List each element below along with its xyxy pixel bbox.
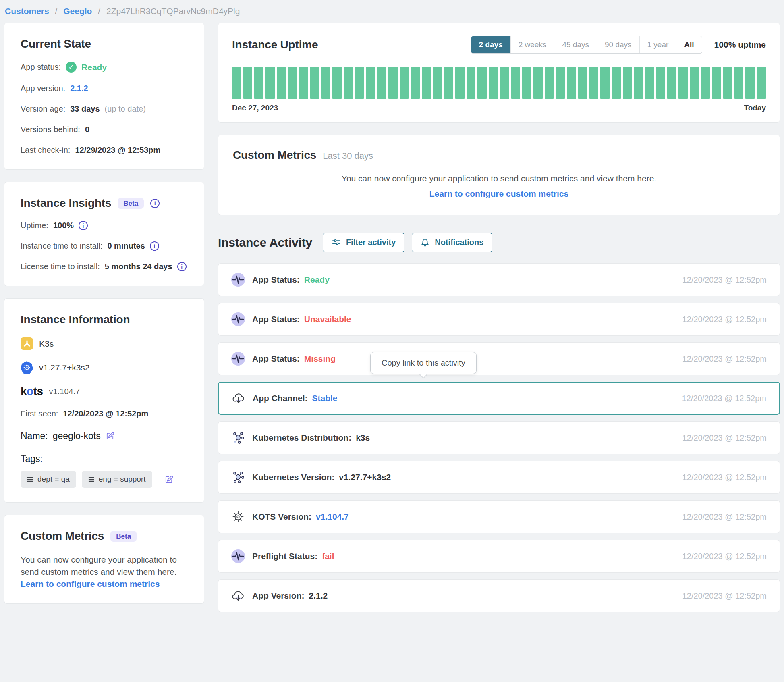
activity-row-timestamp: 12/20/2023 @ 12:52pm bbox=[682, 512, 767, 522]
custom-metrics-right-card: Custom Metrics Last 30 days You can now … bbox=[218, 135, 780, 215]
activity-row-app-version[interactable]: App Version: 2.1.2 12/20/2023 @ 12:52pm bbox=[218, 579, 780, 612]
instance-time-to-install-label: Instance time to install: bbox=[21, 241, 102, 251]
activity-row-label: KOTS Version: bbox=[252, 512, 311, 522]
tags-label: Tags: bbox=[21, 453, 43, 464]
uptime-bar bbox=[344, 67, 353, 99]
activity-row-label: App Status: bbox=[252, 275, 300, 285]
activity-row-app-channel[interactable]: App Channel: Stable 12/20/2023 @ 12:52pm bbox=[218, 382, 780, 415]
tab-2-days[interactable]: 2 days bbox=[471, 36, 511, 53]
info-icon[interactable]: i bbox=[177, 262, 187, 271]
activity-row-label: Kubernetes Version: bbox=[252, 472, 334, 482]
tag-pill: eng = support bbox=[82, 471, 152, 488]
activity-row-value: k3s bbox=[356, 433, 370, 443]
activity-row-app-status-ready[interactable]: App Status: Ready 12/20/2023 @ 12:52pm bbox=[218, 263, 780, 296]
tag-icon bbox=[88, 476, 94, 482]
tab-45-days[interactable]: 45 days bbox=[554, 36, 597, 53]
app-status-value: Ready bbox=[81, 62, 107, 72]
activity-row-label: App Status: bbox=[252, 354, 300, 364]
activity-row-timestamp: 12/20/2023 @ 12:52pm bbox=[682, 275, 767, 285]
tags-row: dept = qa eng = support bbox=[21, 471, 188, 488]
custom-metrics-left-title: Custom Metrics bbox=[21, 530, 104, 543]
uptime-bar bbox=[277, 67, 286, 99]
edit-tags-icon[interactable] bbox=[164, 475, 174, 484]
version-age-value: 33 days bbox=[70, 104, 100, 114]
kots-version-value: v1.104.7 bbox=[49, 387, 80, 396]
uptime-bar bbox=[254, 67, 263, 99]
uptime-bar bbox=[533, 67, 543, 99]
app-version-label: App version: bbox=[21, 84, 65, 93]
app-version-link[interactable]: 2.1.2 bbox=[70, 84, 88, 93]
uptime-bar bbox=[411, 67, 420, 99]
left-column: Current State App status: ✓ Ready App ve… bbox=[4, 23, 204, 616]
pulse-icon bbox=[231, 352, 245, 366]
last-checkin-value: 12/29/2023 @ 12:53pm bbox=[75, 146, 160, 155]
tab-2-weeks[interactable]: 2 weeks bbox=[511, 36, 555, 53]
uptime-bar bbox=[656, 67, 666, 99]
app-version-row: App version: 2.1.2 bbox=[21, 84, 188, 93]
breadcrumb-link-customers[interactable]: Customers bbox=[5, 6, 49, 16]
instance-insights-title: Instance Insights bbox=[21, 197, 111, 210]
notifications-label: Notifications bbox=[435, 238, 483, 247]
uptime-bar bbox=[444, 67, 453, 99]
notifications-button[interactable]: Notifications bbox=[412, 233, 492, 252]
filter-activity-button[interactable]: Filter activity bbox=[323, 233, 404, 252]
activity-row-app-status-unavailable[interactable]: App Status: Unavailable 12/20/2023 @ 12:… bbox=[218, 303, 780, 336]
uptime-bar bbox=[232, 67, 241, 99]
activity-row-kots-version[interactable]: KOTS Version: v1.104.7 12/20/2023 @ 12:5… bbox=[218, 500, 780, 533]
filter-activity-label: Filter activity bbox=[346, 238, 396, 247]
activity-row-timestamp: 12/20/2023 @ 12:52pm bbox=[682, 354, 767, 364]
custom-metrics-right-body: You can now configure your application t… bbox=[233, 174, 765, 183]
uptime-bar bbox=[310, 67, 319, 99]
uptime-summary: 100% uptime bbox=[714, 40, 766, 50]
k3s-icon bbox=[21, 337, 33, 350]
activity-row-value[interactable]: v1.104.7 bbox=[316, 512, 349, 522]
tab-90-days[interactable]: 90 days bbox=[597, 36, 640, 53]
license-time-to-install-label: License time to install: bbox=[21, 262, 100, 271]
uptime-bar bbox=[433, 67, 442, 99]
breadcrumb-link-customer[interactable]: Geeglo bbox=[63, 6, 92, 16]
uptime-bar bbox=[578, 67, 587, 99]
info-icon[interactable]: i bbox=[79, 221, 88, 230]
cloud-download-icon bbox=[232, 391, 245, 405]
tag-pill: dept = qa bbox=[21, 471, 76, 488]
edit-name-icon[interactable] bbox=[106, 431, 115, 441]
custom-metrics-left-body: You can now configure your application t… bbox=[21, 554, 188, 578]
uptime-bar bbox=[455, 67, 465, 99]
instance-activity-header: Instance Activity Filter activity Notifi… bbox=[218, 233, 780, 252]
first-seen-label: First seen: bbox=[21, 409, 58, 418]
uptime-insight-value: 100% bbox=[53, 221, 74, 230]
uptime-bar bbox=[589, 67, 599, 99]
activity-row-label: App Version: bbox=[252, 591, 305, 601]
activity-row-kubernetes-version[interactable]: Kubernetes Version: v1.27.7+k3s2 12/20/2… bbox=[218, 461, 780, 494]
versions-behind-value: 0 bbox=[85, 125, 89, 134]
info-icon[interactable]: i bbox=[150, 199, 160, 208]
tag-label: dept = qa bbox=[37, 475, 70, 484]
tab-1-year[interactable]: 1 year bbox=[640, 36, 677, 53]
activity-row-preflight-status[interactable]: Preflight Status: fail 12/20/2023 @ 12:5… bbox=[218, 540, 780, 573]
first-seen-value: 12/20/2023 @ 12:52pm bbox=[63, 409, 148, 418]
info-icon[interactable]: i bbox=[150, 241, 159, 251]
activity-row-value[interactable]: Stable bbox=[312, 393, 338, 403]
configure-custom-metrics-link[interactable]: Learn to configure custom metrics bbox=[429, 189, 568, 198]
kubernetes-icon bbox=[21, 361, 33, 374]
custom-metrics-subtitle: Last 30 days bbox=[323, 151, 373, 161]
uptime-range-tabs: 2 days 2 weeks 45 days 90 days 1 year Al… bbox=[471, 36, 702, 54]
breadcrumb: Customers / Geeglo / 2Zp47LhR3CqTQParvNc… bbox=[4, 5, 780, 23]
versions-behind-row: Versions behind: 0 bbox=[21, 125, 188, 134]
uptime-insight-label: Uptime: bbox=[21, 221, 48, 230]
activity-row-app-status-missing[interactable]: App Status: Missing 12/20/2023 @ 12:52pm bbox=[218, 342, 780, 375]
kubernetes-version-value: v1.27.7+k3s2 bbox=[39, 363, 90, 372]
activity-row-kubernetes-distribution[interactable]: Kubernetes Distribution: k3s 12/20/2023 … bbox=[218, 421, 780, 454]
uptime-bar bbox=[678, 67, 688, 99]
page: Customers / Geeglo / 2Zp47LhR3CqTQParvNc… bbox=[0, 0, 784, 619]
uptime-bar bbox=[265, 67, 275, 99]
tab-all[interactable]: All bbox=[676, 36, 701, 53]
uptime-bar bbox=[489, 67, 498, 99]
copy-link-tooltip: Copy link to this activity bbox=[370, 352, 477, 374]
app-status-label: App status: bbox=[21, 62, 61, 72]
activity-row-timestamp: 12/20/2023 @ 12:52pm bbox=[682, 473, 767, 482]
instance-information-card: Instance Information K3s v1.27.7+k3s2 ko… bbox=[4, 298, 204, 503]
activity-row-label: App Status: bbox=[252, 314, 300, 324]
bell-icon bbox=[421, 238, 429, 247]
configure-custom-metrics-link[interactable]: Learn to configure custom metrics bbox=[21, 579, 160, 589]
